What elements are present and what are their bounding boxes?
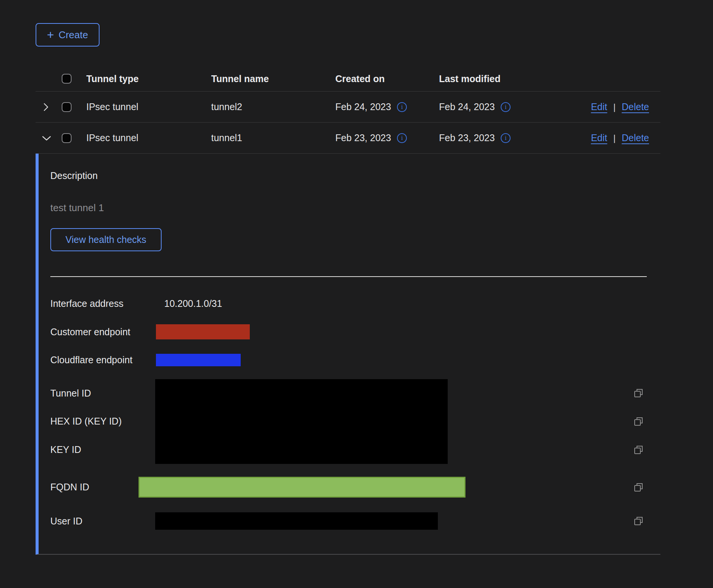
interface-address-value: 10.200.1.0/31 (155, 298, 633, 309)
cell-created-on: Feb 24, 2023 (335, 101, 391, 112)
header-tunnel-name: Tunnel name (211, 73, 335, 84)
table-header-row: Tunnel type Tunnel name Created on Last … (36, 66, 660, 92)
customer-endpoint-redaction (156, 324, 250, 339)
key-id-label: KEY ID (50, 444, 155, 455)
cell-created-on: Feb 23, 2023 (335, 132, 391, 143)
action-separator: | (613, 133, 616, 143)
copy-key-id-button[interactable] (633, 445, 644, 455)
cell-tunnel-type: IPsec tunnel (86, 101, 211, 112)
field-cloudflare-endpoint: Cloudflare endpoint (50, 354, 660, 366)
cell-tunnel-name: tunnel1 (211, 132, 335, 143)
tunnel-id-label: Tunnel ID (50, 388, 155, 399)
chevron-right-icon (42, 103, 50, 112)
cell-tunnel-name: tunnel2 (211, 101, 335, 112)
cell-tunnel-type: IPsec tunnel (86, 132, 211, 143)
copy-icon (633, 388, 644, 398)
cloudflare-endpoint-label: Cloudflare endpoint (50, 355, 155, 366)
user-id-label: User ID (50, 516, 155, 527)
description-text: test tunnel 1 (50, 202, 660, 214)
copy-icon (633, 445, 644, 455)
copy-hex-id-button[interactable] (633, 416, 644, 427)
tunnels-table: Tunnel type Tunnel name Created on Last … (36, 66, 660, 555)
copy-icon (633, 482, 644, 493)
tunnels-page: + Create Tunnel type Tunnel name Created… (36, 0, 660, 555)
header-last-modified: Last modified (439, 73, 501, 84)
info-icon[interactable]: i (501, 133, 511, 143)
row-checkbox[interactable] (62, 102, 72, 112)
field-customer-endpoint: Customer endpoint (50, 324, 660, 339)
row-checkbox[interactable] (62, 133, 72, 143)
expand-row-button[interactable] (40, 101, 51, 113)
copy-fqdn-id-button[interactable] (633, 482, 644, 493)
field-id-group: Tunnel ID HEX ID (KEY ID) KEY ID (50, 379, 660, 464)
create-button-label: Create (59, 29, 88, 41)
copy-tunnel-id-button[interactable] (633, 388, 644, 398)
header-tunnel-type: Tunnel type (86, 73, 211, 84)
plus-icon: + (47, 29, 54, 41)
delete-link[interactable]: Delete (622, 101, 649, 112)
header-created-on: Created on (335, 73, 385, 84)
user-id-redaction (155, 512, 438, 530)
info-icon[interactable]: i (397, 133, 407, 143)
cell-last-modified: Feb 24, 2023 (439, 101, 495, 112)
hex-id-label: HEX ID (KEY ID) (50, 416, 155, 427)
copy-user-id-button[interactable] (633, 516, 644, 526)
info-icon[interactable]: i (397, 102, 407, 112)
delete-link[interactable]: Delete (622, 132, 649, 143)
copy-icon (633, 516, 644, 526)
id-group-redaction (155, 379, 448, 464)
field-interface-address: Interface address 10.200.1.0/31 (50, 297, 660, 310)
section-divider (50, 276, 647, 277)
info-icon[interactable]: i (501, 102, 511, 112)
customer-endpoint-label: Customer endpoint (50, 327, 155, 338)
interface-address-label: Interface address (50, 298, 155, 309)
description-label: Description (50, 170, 660, 181)
edit-link[interactable]: Edit (591, 101, 607, 112)
field-user-id: User ID (50, 512, 660, 530)
view-health-checks-button[interactable]: View health checks (50, 228, 162, 251)
chevron-down-icon (42, 134, 51, 142)
action-separator: | (613, 102, 616, 112)
select-all-checkbox[interactable] (62, 74, 72, 84)
table-row: IPsec tunnel tunnel1 Feb 23, 2023 i Feb … (36, 123, 660, 154)
field-fqdn-id: FQDN ID (50, 477, 660, 498)
table-row: IPsec tunnel tunnel2 Feb 24, 2023 i Feb … (36, 92, 660, 123)
edit-link[interactable]: Edit (591, 132, 607, 143)
tunnel-detail-panel: Description test tunnel 1 View health ch… (36, 154, 660, 555)
collapse-row-button[interactable] (40, 132, 53, 144)
cloudflare-endpoint-redaction (156, 354, 241, 366)
fqdn-id-redaction (139, 477, 465, 498)
create-button[interactable]: + Create (36, 23, 100, 47)
copy-icon (633, 416, 644, 427)
cell-last-modified: Feb 23, 2023 (439, 132, 495, 143)
